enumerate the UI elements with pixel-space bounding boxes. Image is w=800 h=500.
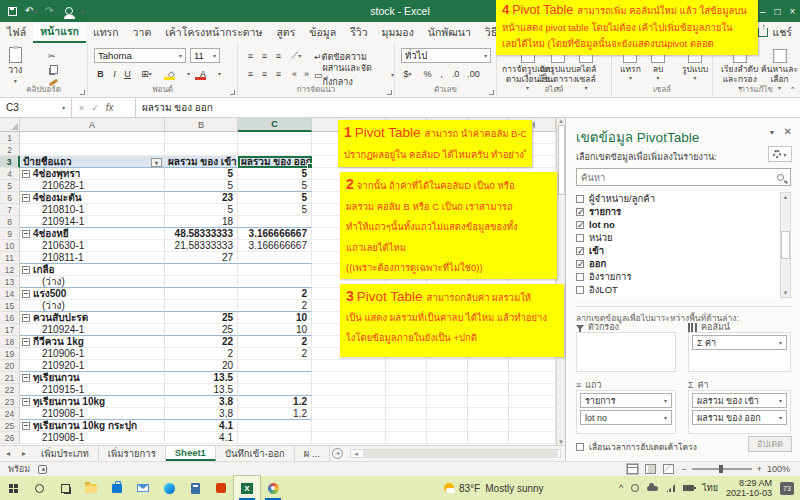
cell-F25[interactable] bbox=[427, 420, 468, 432]
decrease-decimal-icon[interactable]: .00 bbox=[467, 67, 480, 80]
field-pill[interactable]: Σ ค่า bbox=[692, 335, 787, 350]
increase-indent-icon[interactable]: » bbox=[300, 67, 313, 80]
cell-B19[interactable]: 2 bbox=[165, 348, 238, 360]
cell-B11[interactable]: 27 bbox=[165, 252, 238, 264]
field-checkbox[interactable] bbox=[576, 221, 584, 229]
ribbon-tab-วาด[interactable]: วาด bbox=[126, 22, 159, 43]
zoom-in-icon[interactable]: + bbox=[757, 464, 762, 474]
row-header-14[interactable]: 14 bbox=[0, 288, 20, 300]
cell-G25[interactable] bbox=[468, 420, 509, 432]
cell-B26[interactable]: 4.1 bbox=[165, 432, 238, 444]
align-top-icon[interactable]: ≡ bbox=[244, 49, 257, 62]
col-header-B[interactable]: B bbox=[165, 118, 238, 132]
field-checkbox[interactable] bbox=[576, 247, 584, 255]
cell-A10[interactable]: 210630-1 bbox=[20, 240, 165, 252]
cell-C2[interactable] bbox=[238, 144, 312, 156]
bold-button[interactable]: B bbox=[94, 67, 107, 80]
underline-button[interactable]: U bbox=[121, 67, 134, 80]
row-labels-filter-icon[interactable] bbox=[151, 158, 162, 167]
merge-center-button[interactable]: ▭ ผสานและจัดกึ่งกลาง ▾ bbox=[314, 68, 394, 81]
cell-B21[interactable]: 13.5 bbox=[165, 372, 238, 384]
cell-A17[interactable]: 210924-1 bbox=[20, 324, 165, 336]
defer-checkbox[interactable] bbox=[576, 443, 584, 451]
field-pill[interactable]: lot no bbox=[580, 410, 672, 425]
row-header-15[interactable]: 15 bbox=[0, 300, 20, 312]
field-list-scrollbar[interactable]: ▲▼ bbox=[780, 192, 791, 298]
field-checkbox[interactable] bbox=[576, 195, 584, 203]
ribbon-tab-ข้อมูล[interactable]: ข้อมูล bbox=[302, 22, 343, 43]
collapse-icon[interactable]: − bbox=[22, 290, 30, 298]
cell-C7[interactable]: 5 bbox=[238, 204, 312, 216]
field-checkbox[interactable] bbox=[576, 234, 584, 242]
cell-G21[interactable] bbox=[468, 372, 509, 384]
cell-A3[interactable]: ป้ายชื่อแถว bbox=[20, 156, 165, 168]
cell-D25[interactable] bbox=[312, 420, 386, 432]
select-all-corner[interactable] bbox=[0, 118, 20, 132]
cell-F26[interactable] bbox=[427, 432, 468, 444]
cell-A12[interactable]: −เกลือ bbox=[20, 264, 165, 276]
cell-H20[interactable] bbox=[509, 360, 556, 372]
horizontal-scrollbar[interactable]: ◄ bbox=[350, 449, 561, 458]
row-header-13[interactable]: 13 bbox=[0, 276, 20, 288]
taskbar-app-file-explorer[interactable] bbox=[78, 476, 104, 500]
field-checkbox[interactable] bbox=[576, 286, 584, 294]
font-color-button[interactable]: A▾ bbox=[200, 67, 221, 80]
name-box[interactable]: C3▾ bbox=[0, 98, 72, 117]
taskbar-app-search[interactable] bbox=[26, 476, 52, 500]
field-item[interactable]: เข้า bbox=[576, 244, 791, 257]
cell-G26[interactable] bbox=[468, 432, 509, 444]
cell-H25[interactable] bbox=[509, 420, 556, 432]
cell-C21[interactable] bbox=[238, 372, 312, 384]
align-left-icon[interactable]: ≡ bbox=[244, 67, 257, 80]
cell-C6[interactable]: 5 bbox=[238, 192, 312, 204]
cell-B23[interactable]: 3.8 bbox=[165, 396, 238, 408]
tools-button[interactable]: ▾ bbox=[768, 146, 792, 162]
cell-D26[interactable] bbox=[312, 432, 386, 444]
field-search-input[interactable] bbox=[577, 172, 777, 183]
cell-F24[interactable] bbox=[427, 408, 468, 420]
row-header-3[interactable]: 3 bbox=[0, 156, 20, 168]
row-header-9[interactable]: 9 bbox=[0, 228, 20, 240]
cell-C23[interactable]: 1.2 bbox=[238, 396, 312, 408]
alignment-dialog-launcher[interactable] bbox=[387, 90, 392, 95]
values-area[interactable]: ผลรวม ของ เข้าผลรวม ของ ออก bbox=[688, 390, 791, 434]
cell-G23[interactable] bbox=[468, 396, 509, 408]
collapse-icon[interactable]: − bbox=[22, 266, 30, 274]
cell-A6[interactable]: −4ช่องมะตัน bbox=[20, 192, 165, 204]
ribbon-tab-รีวิว[interactable]: รีวิว bbox=[343, 22, 374, 43]
field-checkbox[interactable] bbox=[576, 208, 584, 216]
cell-F21[interactable] bbox=[427, 372, 468, 384]
cell-E25[interactable] bbox=[386, 420, 427, 432]
cell-B5[interactable]: 5 bbox=[165, 180, 238, 192]
cell-B15[interactable] bbox=[165, 300, 238, 312]
ribbon-tab-สูตร[interactable]: สูตร bbox=[269, 22, 302, 43]
collapse-icon[interactable]: − bbox=[22, 338, 30, 346]
notification-center-icon[interactable]: 73 bbox=[780, 482, 794, 495]
cell-E23[interactable] bbox=[386, 396, 427, 408]
cell-A8[interactable]: 210914-1 bbox=[20, 216, 165, 228]
cell-C19[interactable]: 2 bbox=[238, 348, 312, 360]
ribbon-tab-แทรก[interactable]: แทรก bbox=[86, 22, 126, 43]
cell-A4[interactable]: −4ช่องพุทรา bbox=[20, 168, 165, 180]
cell-B13[interactable] bbox=[165, 276, 238, 288]
sticky-note-3[interactable]: 3Pivot Tableสามารถกลับค่า ผลรวมให้เป็น แ… bbox=[340, 284, 564, 357]
filters-area[interactable] bbox=[576, 332, 676, 372]
row-header-4[interactable]: 4 bbox=[0, 168, 20, 180]
cell-B14[interactable] bbox=[165, 288, 238, 300]
maximize-button[interactable]: □ bbox=[770, 0, 785, 22]
field-item[interactable]: อิงLOT bbox=[576, 283, 791, 296]
collapse-icon[interactable]: − bbox=[22, 230, 30, 238]
row-header-12[interactable]: 12 bbox=[0, 264, 20, 276]
col-header-C[interactable]: C bbox=[238, 118, 312, 132]
cell-B17[interactable]: 25 bbox=[165, 324, 238, 336]
collapse-icon[interactable]: − bbox=[22, 398, 30, 406]
taskbar-app-calculator[interactable] bbox=[182, 476, 208, 500]
cell-A24[interactable]: 210908-1 bbox=[20, 408, 165, 420]
align-middle-icon[interactable]: ≡ bbox=[258, 49, 271, 62]
edit-button-1[interactable]: ค้นหาและเลือก▾ bbox=[761, 49, 798, 91]
cell-B18[interactable]: 22 bbox=[165, 336, 238, 348]
clock[interactable]: 8:29 AM 2021-10-03 bbox=[726, 478, 772, 499]
cell-H26[interactable] bbox=[509, 432, 556, 444]
cell-H24[interactable] bbox=[509, 408, 556, 420]
cell-C8[interactable] bbox=[238, 216, 312, 228]
